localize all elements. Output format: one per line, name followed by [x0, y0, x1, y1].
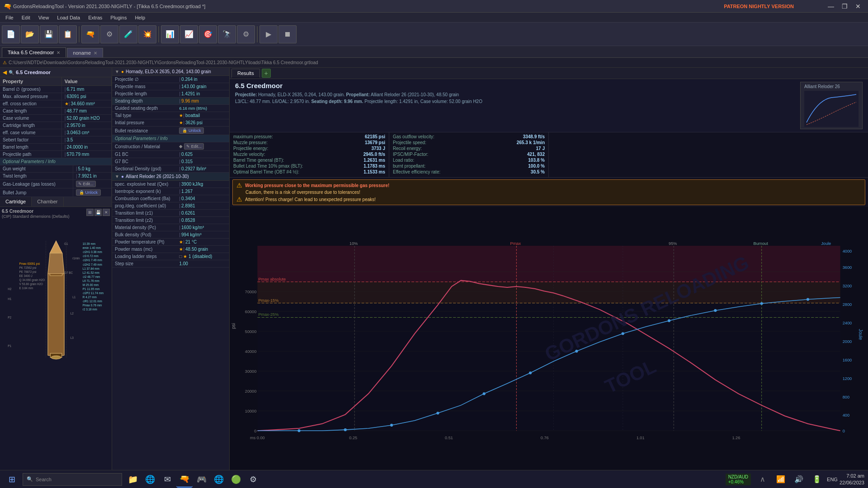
taskbar: ⊞ 🔍 Search 📁 🌐 ✉ 🔫 🎮 🌐 🟢 ⚙ NZD/AUD +0.46…	[0, 470, 868, 488]
close-button[interactable]: ✕	[852, 2, 864, 11]
menu-file[interactable]: File	[2, 14, 17, 21]
svg-text:60000: 60000	[245, 310, 257, 314]
svg-point-80	[668, 319, 670, 322]
svg-point-77	[529, 371, 532, 374]
taskbar-search-box[interactable]: 🔍 Search	[23, 473, 122, 486]
tray-volume[interactable]: 🔊	[791, 471, 807, 488]
pinned-chrome[interactable]: 🌐	[211, 471, 227, 488]
pinned-app-1[interactable]: 🟢	[228, 471, 244, 488]
tool-scope[interactable]: 🔭	[218, 25, 236, 43]
bullet-jump-unlock-button[interactable]: 🔒 Unlock	[76, 189, 101, 196]
tool-saveas[interactable]: 📋	[59, 25, 77, 43]
bullet-resistance-unlock-button[interactable]: 🔒 Unlock	[179, 127, 204, 134]
tab-results[interactable]: Results	[231, 69, 260, 78]
pinned-app-active[interactable]: 🔫	[176, 471, 193, 488]
gas-leakage-edit-button[interactable]: ✎ Edit...	[76, 181, 96, 187]
tool-powder[interactable]: 🧪	[119, 25, 137, 43]
svg-text:L2    41.52 mm: L2 41.52 mm	[82, 271, 99, 274]
table-row: Twist length |7.9921 in	[0, 173, 112, 180]
svg-text:R     4.27 mm: R 4.27 mm	[82, 296, 96, 299]
tool-chart[interactable]: 📈	[180, 25, 198, 43]
table-row: Projectile mass |143.00 grain	[112, 83, 229, 90]
tool-target[interactable]: 🎯	[199, 25, 217, 43]
add-results-tab-button[interactable]: +	[262, 69, 271, 78]
svg-text:∅R1   12.01 mm: ∅R1 12.01 mm	[82, 300, 102, 303]
main-content: ◀ 🔍 6.5 Creedmoor Property Value Barrel	[0, 68, 868, 488]
table-row: Transition limit (z2) |0.8528	[112, 217, 229, 224]
tab-tikka-close[interactable]: ✕	[57, 50, 60, 55]
diagram-close-button[interactable]: ✕	[103, 209, 110, 216]
svg-point-16	[51, 356, 61, 359]
window-title: GordonsReloadingTool - Version 2021.2030…	[13, 4, 205, 9]
clock-time: 7:02 am	[840, 473, 864, 479]
menu-extras[interactable]: Extras	[85, 14, 106, 21]
stat-row: Optimal Barrel Time (OBT #4 ½): 1.1533 m…	[233, 169, 385, 174]
tool-settings[interactable]: ⚙	[237, 25, 255, 43]
tool-calc[interactable]: 📊	[161, 25, 179, 43]
construction-edit-button[interactable]: ✎ Edit...	[184, 143, 204, 150]
nav-icon: 🔍	[9, 70, 14, 75]
svg-text:0.76: 0.76	[541, 436, 549, 440]
table-row: Powder mass (mc) ★|48.50 grain	[112, 246, 229, 253]
tab-tikka[interactable]: Tikka 6.5 Creedmoor ✕	[2, 47, 66, 57]
language-indicator[interactable]: ENG	[827, 477, 838, 482]
pinned-browser-edge[interactable]: 🌐	[142, 471, 158, 488]
tab-noname-close[interactable]: ✕	[94, 51, 97, 56]
powder-section-header[interactable]: ▼ ● Alliant Reloder 26 (2021-10-30)	[112, 173, 229, 181]
diagram-zoom-button[interactable]: ⊞	[86, 209, 94, 216]
svg-text:∅2H1  7.49 mm: ∅2H1 7.49 mm	[82, 258, 102, 262]
system-clock[interactable]: 7:02 am 22/06/2023	[840, 473, 864, 486]
menu-view[interactable]: View	[35, 14, 53, 21]
menu-edit[interactable]: Edit	[18, 14, 34, 21]
svg-text:Joule: Joule	[858, 329, 863, 340]
tab-cartridge[interactable]: Cartridge	[0, 197, 32, 206]
app-icon: 🔫	[4, 3, 11, 10]
tray-network[interactable]: 📶	[773, 471, 789, 488]
table-row: G7 BC |0.315	[112, 158, 229, 165]
pinned-mail[interactable]: ✉	[159, 471, 175, 488]
tool-gun[interactable]: 🔫	[81, 25, 99, 43]
tool-bullet[interactable]: ⚙	[100, 25, 118, 43]
gun-icon: ◀	[3, 69, 7, 75]
bullet-name: Hornady, ELD-X 2635, 0.264, 143.00 grain	[126, 69, 211, 74]
warning-icon-1: ⚠	[236, 182, 242, 189]
svg-text:Burnout: Burnout	[754, 241, 769, 246]
patreon-label: PATREON NIGHTLY VERSION	[724, 4, 794, 9]
diagram-save-button[interactable]: 💾	[94, 209, 102, 216]
stat-row: Bullet Lead Time 10% pmax (BLT): 1.1783 …	[233, 164, 385, 169]
table-row: Tail type ★|boattail	[112, 112, 229, 119]
menu-help[interactable]: Help	[131, 14, 149, 21]
stat-row: IPSC/MIP-Factor: 421, 832	[393, 152, 545, 157]
svg-text:40000: 40000	[245, 349, 257, 354]
tray-expand[interactable]: ∧	[755, 471, 771, 488]
menu-loaddata[interactable]: Load Data	[53, 14, 84, 21]
maximize-button[interactable]: ❐	[838, 2, 851, 11]
results-title: 6.5 Creedmoor	[235, 82, 482, 89]
tool-save[interactable]: 💾	[40, 25, 58, 43]
tool-new[interactable]: 📄	[2, 25, 20, 43]
stat-row: maximum pressure: 62185 psi	[233, 134, 385, 139]
pressure-chart: Pmax absolute Pmax-15% Pmax-25% 10% Pmax	[230, 207, 868, 488]
results-stats: maximum pressure: 62185 psi Muzzle press…	[230, 132, 868, 178]
nzd-ticker: NZD/AUD +0.46%	[726, 474, 751, 485]
tool-run[interactable]: ▶	[259, 25, 278, 43]
svg-text:1.01: 1.01	[637, 436, 645, 440]
tool-open[interactable]: 📂	[21, 25, 39, 43]
table-row: Gun weight |5.0 kg	[0, 165, 112, 173]
tool-primer[interactable]: 💥	[138, 25, 156, 43]
minimize-button[interactable]: —	[825, 2, 837, 11]
tray-battery[interactable]: 🔋	[809, 471, 825, 488]
pinned-explorer[interactable]: 📁	[125, 471, 141, 488]
pinned-xbox[interactable]: 🎮	[193, 471, 210, 488]
table-row: Barrel length |24.0000 in	[0, 144, 112, 151]
tool-stop[interactable]: ⏹	[278, 25, 297, 43]
menu-plugins[interactable]: Plugins	[107, 14, 130, 21]
col-property: Property	[0, 77, 61, 86]
svg-text:G7 BC: G7 BC	[64, 271, 73, 274]
start-button[interactable]: ⊞	[4, 471, 20, 488]
results-header: 6.5 Creedmoor Projectile: Hornady, ELD-X…	[230, 79, 868, 132]
tab-chamber[interactable]: Chamber	[32, 197, 63, 206]
tab-noname[interactable]: noname ✕	[67, 48, 103, 57]
right-panel: Results + 6.5 Creedmoor Projectile: Horn…	[230, 68, 868, 488]
pinned-app-2[interactable]: ⚙	[245, 471, 261, 488]
